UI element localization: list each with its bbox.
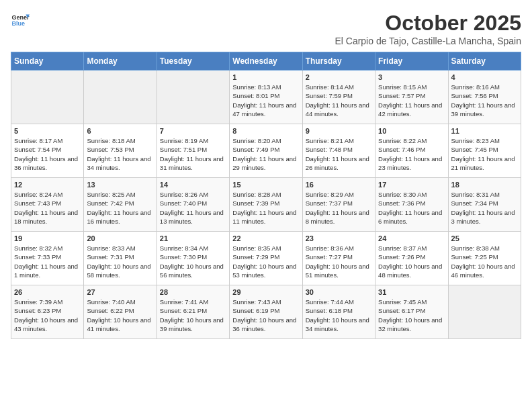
- day-number: 30: [306, 288, 372, 296]
- day-number: 4: [451, 73, 518, 81]
- calendar-cell: 17Sunrise: 8:30 AM Sunset: 7:36 PM Dayli…: [375, 178, 448, 232]
- calendar-cell: 1Sunrise: 8:13 AM Sunset: 8:01 PM Daylig…: [230, 71, 302, 124]
- day-info: Sunrise: 8:19 AM Sunset: 7:51 PM Dayligh…: [160, 136, 226, 172]
- title-area: October 2025 El Carpio de Tajo, Castille…: [335, 11, 521, 46]
- day-number: 17: [378, 181, 445, 189]
- calendar-cell: 3Sunrise: 8:15 AM Sunset: 7:57 PM Daylig…: [375, 71, 448, 124]
- calendar-cell: [11, 71, 84, 124]
- calendar-cell: 8Sunrise: 8:20 AM Sunset: 7:49 PM Daylig…: [230, 124, 302, 178]
- calendar-cell: 24Sunrise: 8:37 AM Sunset: 7:26 PM Dayli…: [375, 232, 448, 285]
- day-number: 12: [14, 181, 81, 189]
- day-number: 2: [306, 73, 372, 81]
- calendar-cell: [84, 71, 157, 124]
- header-thursday: Thursday: [302, 52, 375, 71]
- day-info: Sunrise: 8:33 AM Sunset: 7:31 PM Dayligh…: [87, 244, 153, 279]
- header-tuesday: Tuesday: [157, 52, 229, 71]
- day-info: Sunrise: 8:32 AM Sunset: 7:33 PM Dayligh…: [14, 244, 81, 279]
- calendar-cell: 10Sunrise: 8:22 AM Sunset: 7:46 PM Dayli…: [375, 124, 448, 178]
- calendar-cell: 22Sunrise: 8:35 AM Sunset: 7:29 PM Dayli…: [230, 232, 302, 285]
- day-info: Sunrise: 8:17 AM Sunset: 7:54 PM Dayligh…: [14, 136, 81, 172]
- calendar-cell: 28Sunrise: 7:41 AM Sunset: 6:21 PM Dayli…: [157, 285, 229, 339]
- day-number: 19: [14, 234, 81, 242]
- day-info: Sunrise: 8:31 AM Sunset: 7:34 PM Dayligh…: [451, 190, 518, 226]
- calendar-cell: 11Sunrise: 8:23 AM Sunset: 7:45 PM Dayli…: [448, 124, 521, 178]
- header-wednesday: Wednesday: [230, 52, 302, 71]
- calendar-cell: 9Sunrise: 8:21 AM Sunset: 7:48 PM Daylig…: [302, 124, 375, 178]
- calendar-cell: 25Sunrise: 8:38 AM Sunset: 7:25 PM Dayli…: [448, 232, 521, 285]
- day-info: Sunrise: 8:35 AM Sunset: 7:29 PM Dayligh…: [232, 244, 299, 279]
- calendar-cell: 27Sunrise: 7:40 AM Sunset: 6:22 PM Dayli…: [84, 285, 157, 339]
- header-monday: Monday: [84, 52, 157, 71]
- day-info: Sunrise: 8:30 AM Sunset: 7:36 PM Dayligh…: [378, 190, 445, 226]
- day-info: Sunrise: 8:15 AM Sunset: 7:57 PM Dayligh…: [378, 83, 445, 118]
- day-info: Sunrise: 8:26 AM Sunset: 7:40 PM Dayligh…: [160, 190, 226, 226]
- logo: General Blue: [11, 11, 30, 30]
- calendar-cell: 26Sunrise: 7:39 AM Sunset: 6:23 PM Dayli…: [11, 285, 84, 339]
- day-info: Sunrise: 8:37 AM Sunset: 7:26 PM Dayligh…: [378, 244, 445, 279]
- calendar-cell: 14Sunrise: 8:26 AM Sunset: 7:40 PM Dayli…: [157, 178, 229, 232]
- day-number: 9: [306, 127, 372, 135]
- day-number: 13: [87, 181, 153, 189]
- day-info: Sunrise: 8:36 AM Sunset: 7:27 PM Dayligh…: [306, 244, 372, 279]
- day-number: 27: [87, 288, 153, 296]
- day-number: 29: [232, 288, 299, 296]
- day-info: Sunrise: 8:18 AM Sunset: 7:53 PM Dayligh…: [87, 136, 153, 172]
- calendar-cell: 29Sunrise: 7:43 AM Sunset: 6:19 PM Dayli…: [230, 285, 302, 339]
- day-info: Sunrise: 8:38 AM Sunset: 7:25 PM Dayligh…: [451, 244, 518, 279]
- day-number: 23: [306, 234, 372, 242]
- calendar-cell: 16Sunrise: 8:29 AM Sunset: 7:37 PM Dayli…: [302, 178, 375, 232]
- day-info: Sunrise: 8:22 AM Sunset: 7:46 PM Dayligh…: [378, 136, 445, 172]
- day-number: 16: [306, 181, 372, 189]
- calendar-cell: 7Sunrise: 8:19 AM Sunset: 7:51 PM Daylig…: [157, 124, 229, 178]
- day-number: 25: [451, 234, 518, 242]
- calendar-cell: 19Sunrise: 8:32 AM Sunset: 7:33 PM Dayli…: [11, 232, 84, 285]
- calendar-cell: 12Sunrise: 8:24 AM Sunset: 7:43 PM Dayli…: [11, 178, 84, 232]
- day-info: Sunrise: 8:14 AM Sunset: 7:59 PM Dayligh…: [306, 83, 372, 118]
- day-info: Sunrise: 7:41 AM Sunset: 6:21 PM Dayligh…: [160, 298, 226, 333]
- day-info: Sunrise: 8:23 AM Sunset: 7:45 PM Dayligh…: [451, 136, 518, 172]
- day-number: 22: [232, 234, 299, 242]
- day-number: 1: [232, 73, 299, 81]
- day-number: 26: [14, 288, 81, 296]
- calendar-cell: 6Sunrise: 8:18 AM Sunset: 7:53 PM Daylig…: [84, 124, 157, 178]
- subtitle: El Carpio de Tajo, Castille-La Mancha, S…: [335, 36, 521, 46]
- calendar-cell: 4Sunrise: 8:16 AM Sunset: 7:56 PM Daylig…: [448, 71, 521, 124]
- day-number: 21: [160, 234, 226, 242]
- day-info: Sunrise: 8:16 AM Sunset: 7:56 PM Dayligh…: [451, 83, 518, 118]
- header-sunday: Sunday: [11, 52, 84, 71]
- header-saturday: Saturday: [448, 52, 521, 71]
- day-info: Sunrise: 8:20 AM Sunset: 7:49 PM Dayligh…: [232, 136, 299, 172]
- day-number: 8: [232, 127, 299, 135]
- day-number: 6: [87, 127, 153, 135]
- month-title: October 2025: [335, 11, 521, 36]
- calendar-cell: [157, 71, 229, 124]
- calendar-cell: [448, 285, 521, 339]
- calendar-cell: 30Sunrise: 7:44 AM Sunset: 6:18 PM Dayli…: [302, 285, 375, 339]
- day-number: 18: [451, 181, 518, 189]
- day-number: 15: [232, 181, 299, 189]
- calendar-cell: 15Sunrise: 8:28 AM Sunset: 7:39 PM Dayli…: [230, 178, 302, 232]
- calendar-cell: 21Sunrise: 8:34 AM Sunset: 7:30 PM Dayli…: [157, 232, 229, 285]
- day-number: 14: [160, 181, 226, 189]
- calendar-cell: 5Sunrise: 8:17 AM Sunset: 7:54 PM Daylig…: [11, 124, 84, 178]
- day-info: Sunrise: 7:43 AM Sunset: 6:19 PM Dayligh…: [232, 298, 299, 333]
- day-number: 3: [378, 73, 445, 81]
- calendar-table: SundayMondayTuesdayWednesdayThursdayFrid…: [11, 52, 521, 339]
- day-number: 20: [87, 234, 153, 242]
- svg-text:Blue: Blue: [11, 20, 25, 27]
- calendar-cell: 2Sunrise: 8:14 AM Sunset: 7:59 PM Daylig…: [302, 71, 375, 124]
- day-info: Sunrise: 7:39 AM Sunset: 6:23 PM Dayligh…: [14, 298, 81, 333]
- day-number: 28: [160, 288, 226, 296]
- calendar-cell: 18Sunrise: 8:31 AM Sunset: 7:34 PM Dayli…: [448, 178, 521, 232]
- calendar-cell: 31Sunrise: 7:45 AM Sunset: 6:17 PM Dayli…: [375, 285, 448, 339]
- day-number: 5: [14, 127, 81, 135]
- day-info: Sunrise: 8:34 AM Sunset: 7:30 PM Dayligh…: [160, 244, 226, 279]
- day-info: Sunrise: 8:24 AM Sunset: 7:43 PM Dayligh…: [14, 190, 81, 226]
- day-info: Sunrise: 8:21 AM Sunset: 7:48 PM Dayligh…: [306, 136, 372, 172]
- calendar-cell: 23Sunrise: 8:36 AM Sunset: 7:27 PM Dayli…: [302, 232, 375, 285]
- header-friday: Friday: [375, 52, 448, 71]
- day-number: 11: [451, 127, 518, 135]
- day-info: Sunrise: 8:13 AM Sunset: 8:01 PM Dayligh…: [232, 83, 299, 118]
- day-info: Sunrise: 8:29 AM Sunset: 7:37 PM Dayligh…: [306, 190, 372, 226]
- day-number: 10: [378, 127, 445, 135]
